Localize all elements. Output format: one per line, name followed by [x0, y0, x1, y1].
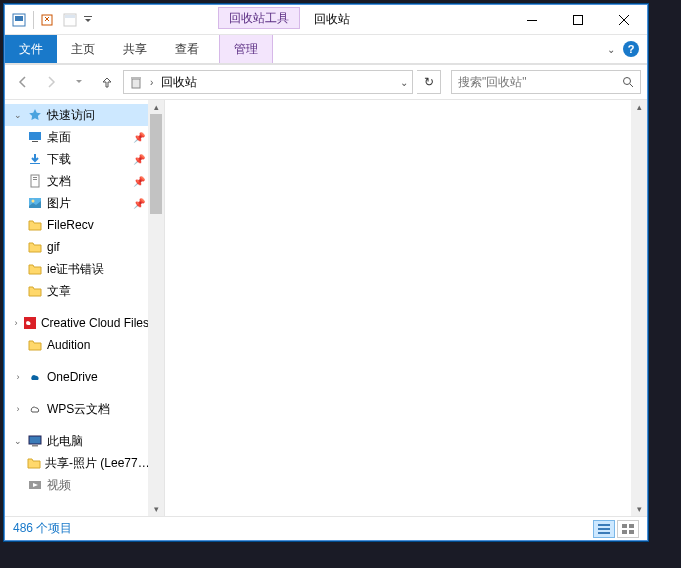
tree-label: WPS云文档 — [47, 401, 110, 418]
tree-filerecv[interactable]: FileRecv — [5, 214, 149, 236]
qat-dropdown-icon[interactable] — [84, 16, 92, 24]
large-icons-view-button[interactable] — [617, 520, 639, 538]
folder-icon — [27, 455, 41, 471]
svg-rect-11 — [29, 132, 41, 140]
up-button[interactable] — [95, 70, 119, 94]
svg-point-18 — [32, 200, 35, 203]
desktop-icon — [27, 129, 43, 145]
tree-article[interactable]: 文章 — [5, 280, 149, 302]
scroll-thumb[interactable] — [150, 114, 162, 214]
tree-downloads[interactable]: 下载 📌 — [5, 148, 149, 170]
tree-documents[interactable]: 文档 📌 — [5, 170, 149, 192]
svg-rect-21 — [32, 445, 38, 447]
svg-rect-26 — [622, 524, 627, 528]
expand-icon[interactable]: › — [13, 318, 19, 328]
recycle-bin-icon — [128, 74, 144, 90]
tree-label: 快速访问 — [47, 107, 95, 124]
expand-icon[interactable]: › — [13, 404, 23, 414]
content-scrollbar[interactable]: ▴ ▾ — [631, 100, 647, 516]
tree-label: 文章 — [47, 283, 71, 300]
window-title: 回收站 — [300, 5, 364, 34]
folder-icon — [27, 283, 43, 299]
tab-file[interactable]: 文件 — [5, 35, 57, 63]
tree: ⌄ 快速访问 桌面 📌 下载 📌 文档 📌 — [5, 100, 149, 500]
tree-ie-cert[interactable]: ie证书错误 — [5, 258, 149, 280]
scroll-down-icon[interactable]: ▾ — [631, 502, 647, 516]
forward-button[interactable] — [39, 70, 63, 94]
tree-onedrive[interactable]: › OneDrive — [5, 366, 149, 388]
tree-this-pc[interactable]: ⌄ 此电脑 — [5, 430, 149, 452]
minimize-button[interactable] — [509, 5, 555, 34]
scroll-down-icon[interactable]: ▾ — [148, 502, 164, 516]
scroll-up-icon[interactable]: ▴ — [631, 100, 647, 114]
recent-locations-icon[interactable] — [67, 70, 91, 94]
tree-wps[interactable]: › WPS云文档 — [5, 398, 149, 420]
scroll-up-icon[interactable]: ▴ — [148, 100, 164, 114]
svg-rect-12 — [32, 141, 38, 142]
new-folder-icon[interactable] — [62, 12, 78, 28]
tree-shared-photos[interactable]: 共享-照片 (Lee77… — [5, 452, 149, 474]
svg-rect-1 — [15, 16, 23, 21]
tab-view[interactable]: 查看 — [161, 35, 213, 63]
tree-label: Creative Cloud Files — [41, 316, 149, 330]
search-input[interactable]: 搜索"回收站" — [451, 70, 641, 94]
refresh-button[interactable]: ↻ — [417, 70, 441, 94]
collapse-icon[interactable]: ⌄ — [13, 110, 23, 120]
tree-desktop[interactable]: 桌面 📌 — [5, 126, 149, 148]
details-view-button[interactable] — [593, 520, 615, 538]
svg-rect-29 — [629, 530, 634, 534]
address-bar[interactable]: › 回收站 ⌄ — [123, 70, 413, 94]
properties-icon[interactable] — [40, 12, 56, 28]
tree-creative-cloud[interactable]: › Creative Cloud Files — [5, 312, 149, 334]
control-menu-icon[interactable] — [11, 12, 27, 28]
pin-icon: 📌 — [133, 132, 145, 143]
tree-pictures[interactable]: 图片 📌 — [5, 192, 149, 214]
collapse-icon[interactable]: ⌄ — [13, 436, 23, 446]
tree-label: 桌面 — [47, 129, 71, 146]
tree-label: 此电脑 — [47, 433, 83, 450]
tab-manage[interactable]: 管理 — [219, 35, 273, 63]
tree-label: OneDrive — [47, 370, 98, 384]
svg-rect-25 — [598, 532, 610, 534]
tree-label: 视频 — [47, 477, 71, 494]
maximize-button[interactable] — [555, 5, 601, 34]
svg-rect-7 — [574, 15, 583, 24]
svg-rect-28 — [622, 530, 627, 534]
tree-label: FileRecv — [47, 218, 94, 232]
nav-scrollbar[interactable]: ▴ ▾ — [148, 100, 164, 516]
tab-share[interactable]: 共享 — [109, 35, 161, 63]
svg-rect-2 — [42, 15, 52, 25]
svg-rect-23 — [598, 524, 610, 526]
close-button[interactable] — [601, 5, 647, 34]
svg-rect-27 — [629, 524, 634, 528]
navigation-pane: ⌄ 快速访问 桌面 📌 下载 📌 文档 📌 — [5, 100, 165, 516]
item-count: 486 个项目 — [13, 520, 72, 537]
folder-icon — [27, 239, 43, 255]
content-pane[interactable]: ▴ ▾ — [165, 100, 647, 516]
expand-icon[interactable]: › — [13, 372, 23, 382]
address-dropdown-icon[interactable]: ⌄ — [400, 77, 408, 88]
view-switcher — [593, 520, 639, 538]
qat-separator — [33, 11, 34, 29]
tree-gif[interactable]: gif — [5, 236, 149, 258]
folder-icon — [27, 261, 43, 277]
folder-icon — [27, 337, 43, 353]
navigation-bar: › 回收站 ⌄ ↻ 搜索"回收站" — [5, 65, 647, 99]
help-icon[interactable]: ? — [623, 41, 639, 57]
ribbon-expand-icon[interactable]: ⌄ — [607, 44, 615, 55]
videos-icon — [27, 477, 43, 493]
tree-audition[interactable]: Audition — [5, 334, 149, 356]
tree-videos[interactable]: 视频 — [5, 474, 149, 496]
back-button[interactable] — [11, 70, 35, 94]
search-placeholder: 搜索"回收站" — [458, 74, 527, 91]
folder-icon — [27, 217, 43, 233]
wps-cloud-icon — [27, 401, 43, 417]
downloads-icon — [27, 151, 43, 167]
breadcrumb-current[interactable]: 回收站 — [159, 74, 199, 91]
pin-icon: 📌 — [133, 154, 145, 165]
tab-home[interactable]: 主页 — [57, 35, 109, 63]
tree-quick-access[interactable]: ⌄ 快速访问 — [5, 104, 149, 126]
tree-label: gif — [47, 240, 60, 254]
chevron-right-icon[interactable]: › — [150, 77, 153, 88]
tree-label: ie证书错误 — [47, 261, 104, 278]
